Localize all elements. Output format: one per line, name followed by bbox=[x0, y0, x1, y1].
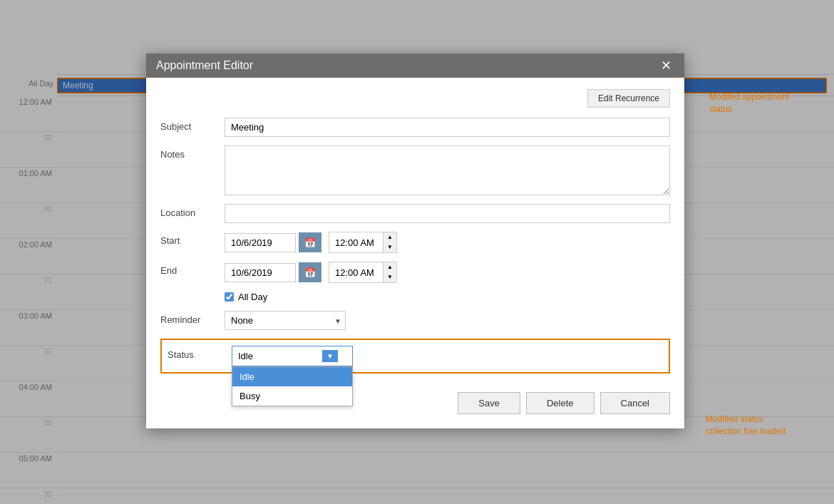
allday-label: All Day bbox=[238, 292, 267, 302]
notes-label: Notes bbox=[160, 145, 225, 160]
dialog-title: Appointment Editor bbox=[156, 59, 253, 72]
start-time-up-button[interactable]: ▲ bbox=[383, 232, 396, 242]
status-current-value: Idle bbox=[238, 351, 253, 361]
start-time-input[interactable] bbox=[329, 235, 383, 251]
end-time-wrap: ▲ ▼ bbox=[329, 262, 397, 283]
end-time-up-button[interactable]: ▲ bbox=[383, 262, 396, 272]
callout1-text: Modifed appointmentstatus bbox=[709, 92, 789, 114]
start-row: Start 📅 ▲ ▼ bbox=[160, 232, 670, 253]
subject-row: Subject bbox=[160, 118, 670, 137]
location-row: Location bbox=[160, 204, 670, 223]
cancel-button[interactable]: Cancel bbox=[600, 392, 670, 414]
location-label: Location bbox=[160, 204, 225, 218]
callout2-text: Modified statuscollection has loaded bbox=[706, 414, 786, 436]
dialog-close-button[interactable]: ✕ bbox=[658, 59, 674, 72]
status-row: Status Idle ▼ Idle Busy bbox=[160, 339, 670, 374]
start-label: Start bbox=[160, 232, 225, 246]
dialog-body: Edit Recurrence Subject Notes Location S… bbox=[146, 78, 684, 428]
callout-status-collection: Modified statuscollection has loaded bbox=[706, 413, 805, 438]
appointment-editor-dialog: Appointment Editor ✕ Edit Recurrence Sub… bbox=[146, 53, 684, 428]
allday-checkbox[interactable] bbox=[225, 292, 234, 302]
end-date-input[interactable] bbox=[225, 263, 296, 282]
recurrence-row: Edit Recurrence bbox=[160, 89, 670, 108]
start-time-down-button[interactable]: ▼ bbox=[383, 242, 396, 252]
end-calendar-button[interactable]: 📅 bbox=[299, 262, 321, 282]
edit-recurrence-button[interactable]: Edit Recurrence bbox=[587, 89, 670, 108]
start-calendar-button[interactable]: 📅 bbox=[299, 232, 321, 252]
subject-input[interactable] bbox=[225, 118, 670, 137]
delete-button[interactable]: Delete bbox=[526, 392, 594, 414]
start-time-spinners: ▲ ▼ bbox=[383, 232, 396, 252]
status-label: Status bbox=[168, 346, 232, 360]
location-input[interactable] bbox=[225, 204, 670, 223]
start-datetime: 📅 ▲ ▼ bbox=[225, 232, 397, 253]
start-time-wrap: ▲ ▼ bbox=[329, 232, 397, 253]
end-time-spinners: ▲ ▼ bbox=[383, 262, 396, 282]
callout-appointment-status: Modifed appointmentstatus bbox=[709, 91, 795, 115]
reminder-select[interactable]: None 5 minutes 10 minutes 15 minutes 30 … bbox=[225, 311, 346, 330]
status-dropdown-icon: ▼ bbox=[322, 350, 338, 362]
status-select-container: Idle ▼ Idle Busy bbox=[232, 346, 353, 366]
status-option-idle[interactable]: Idle bbox=[232, 367, 352, 386]
end-row: End 📅 ▲ ▼ bbox=[160, 262, 670, 283]
end-time-input[interactable] bbox=[329, 264, 383, 281]
notes-row: Notes bbox=[160, 145, 670, 195]
end-label: End bbox=[160, 262, 225, 276]
end-time-down-button[interactable]: ▼ bbox=[383, 272, 396, 282]
status-select-display[interactable]: Idle ▼ bbox=[232, 346, 353, 366]
dialog-titlebar: Appointment Editor ✕ bbox=[146, 53, 684, 78]
start-date-input[interactable] bbox=[225, 233, 296, 252]
end-datetime: 📅 ▲ ▼ bbox=[225, 262, 397, 283]
reminder-label: Reminder bbox=[160, 311, 225, 325]
reminder-select-wrap: None 5 minutes 10 minutes 15 minutes 30 … bbox=[225, 311, 346, 330]
subject-label: Subject bbox=[160, 118, 225, 132]
allday-row: All Day bbox=[225, 292, 670, 302]
save-button[interactable]: Save bbox=[458, 392, 520, 414]
reminder-row: Reminder None 5 minutes 10 minutes 15 mi… bbox=[160, 311, 670, 330]
status-option-busy[interactable]: Busy bbox=[232, 386, 352, 406]
status-dropdown: Idle Busy bbox=[232, 366, 353, 406]
notes-input[interactable] bbox=[225, 145, 670, 195]
